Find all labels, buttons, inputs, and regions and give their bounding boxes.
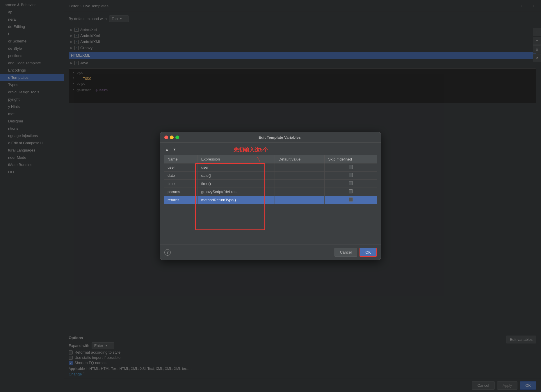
col-header-name: Name [164,155,198,163]
cell-default-user[interactable] [275,163,325,172]
table-row-selected[interactable]: returns methodReturnType() [164,196,377,204]
maximize-button-green[interactable] [175,136,179,139]
table-row[interactable]: params groovyScript("def res... [164,188,377,196]
variables-table: Name Expression Default value Skip if de… [164,155,377,204]
cell-name-params: params [164,188,198,196]
cell-expr-time[interactable]: time() [197,180,275,188]
cell-expr-params[interactable]: groovyScript("def res... [197,188,275,196]
modal-toolbar: ▲ ▼ [164,146,377,153]
cell-default-time[interactable] [275,180,325,188]
modal-body: ▲ ▼ Name Expression Default value Skip i… [160,143,381,245]
table-row[interactable]: date date() [164,172,377,180]
col-header-expression: Expression [197,155,275,163]
cell-expr-user[interactable]: user [197,163,275,172]
close-button-red[interactable] [164,136,168,139]
cell-name-date: date [164,172,198,180]
move-up-button[interactable]: ▲ [164,146,170,153]
modal-ok-button[interactable]: OK [360,248,377,257]
col-header-default-value: Default value [275,155,325,163]
modal-footer-buttons: Cancel OK [334,248,377,257]
cell-default-params[interactable] [275,188,325,196]
cell-name-time: time [164,180,198,188]
modal-cancel-button[interactable]: Cancel [334,248,357,257]
table-container: Name Expression Default value Skip if de… [164,155,377,204]
traffic-lights [164,136,179,139]
cell-skip-date[interactable] [325,172,377,180]
cell-skip-params[interactable] [325,188,377,196]
cell-default-returns[interactable] [275,196,325,204]
cell-skip-returns[interactable] [325,196,377,204]
edit-template-variables-modal: Edit Template Variables ▲ ▼ Name Express… [160,132,381,260]
modal-titlebar: Edit Template Variables [160,132,381,143]
table-row[interactable]: time time() [164,180,377,188]
cell-name-returns: returns [164,196,198,204]
col-header-skip-if-defined: Skip if defined [325,155,377,163]
help-button[interactable]: ? [164,249,171,256]
cell-expr-date[interactable]: date() [197,172,275,180]
minimize-button-yellow[interactable] [170,136,174,139]
modal-overlay[interactable]: Edit Template Variables ▲ ▼ Name Express… [0,0,541,392]
modal-title: Edit Template Variables [183,135,377,140]
cell-skip-user[interactable] [325,163,377,172]
move-down-button[interactable]: ▼ [171,146,178,153]
cell-skip-time[interactable] [325,180,377,188]
cell-expr-returns[interactable]: methodReturnType() [197,196,275,204]
table-row[interactable]: user user [164,163,377,172]
cell-default-date[interactable] [275,172,325,180]
modal-footer: ? Cancel OK [160,245,381,260]
cell-name-user: user [164,163,198,172]
